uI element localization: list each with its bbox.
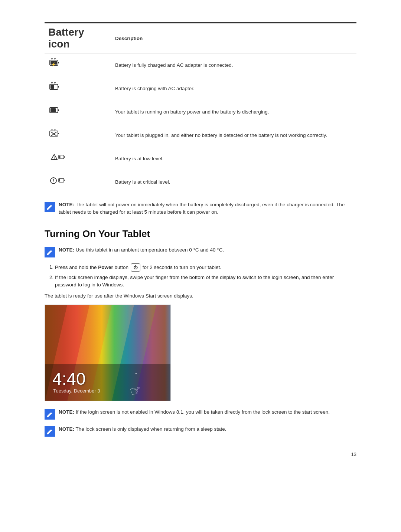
battery-desc-6: Battery is at critical level. bbox=[111, 170, 356, 194]
note-content-1: The tablet will not power on immediately… bbox=[59, 202, 345, 215]
step-2: If the lock screen image displays, swipe… bbox=[55, 274, 356, 289]
battery-desc-2: Battery is charging with AC adapter. bbox=[111, 77, 356, 100]
svg-rect-16 bbox=[58, 109, 59, 111]
svg-text:!: ! bbox=[54, 156, 55, 160]
battery-desc-1: Battery is fully charged and AC adapter … bbox=[111, 53, 356, 77]
svg-rect-1 bbox=[58, 62, 59, 63]
note-content-4: The lock screen is only displayed when r… bbox=[74, 426, 226, 432]
table-row: ! Battery is at low level. bbox=[45, 147, 356, 170]
battery-desc-4: Your tablet is plugged in, and either no… bbox=[111, 124, 356, 147]
svg-rect-29 bbox=[64, 156, 65, 158]
pencil-icon-3 bbox=[46, 411, 53, 418]
battery-icon-3 bbox=[45, 100, 111, 124]
battery-charging-icon bbox=[48, 81, 62, 94]
battery-icon-1: ⚡ bbox=[45, 53, 111, 77]
battery-icon-2 bbox=[45, 77, 111, 100]
battery-on-battery-icon bbox=[48, 104, 62, 117]
power-button-symbol: ⏻ bbox=[131, 263, 140, 272]
svg-rect-10 bbox=[50, 85, 54, 89]
step-1: Press and hold the Power button ⏻ for 2 … bbox=[55, 263, 356, 272]
page-number: 13 bbox=[45, 451, 356, 457]
ready-text: The tablet is ready for use after the Wi… bbox=[45, 293, 356, 299]
note-icon-4 bbox=[45, 426, 55, 437]
battery-critical-icon: ! bbox=[48, 174, 65, 187]
svg-rect-35 bbox=[59, 179, 60, 182]
table-row: Your tablet is plugged in, and either no… bbox=[45, 124, 356, 147]
note-content-3: If the login screen is not enabled in Wi… bbox=[74, 409, 330, 415]
svg-text:Tuesday, December 3: Tuesday, December 3 bbox=[53, 388, 100, 394]
note-text-4: NOTE: The lock screen is only displayed … bbox=[59, 426, 226, 433]
svg-text:⚡: ⚡ bbox=[51, 62, 56, 67]
svg-rect-34 bbox=[64, 180, 65, 181]
battery-table: Battery icon Description ⚡ bbox=[45, 23, 356, 194]
note-block-2: NOTE: Use this tablet in an ambient temp… bbox=[45, 246, 356, 257]
svg-rect-30 bbox=[59, 156, 61, 158]
note-label-4: NOTE: bbox=[59, 426, 74, 432]
svg-text:4:40: 4:40 bbox=[52, 369, 86, 388]
col-header-icon: Battery icon bbox=[45, 23, 111, 53]
lockscreen-image: 4:40 Tuesday, December 3 ↑ ☞ bbox=[45, 305, 171, 401]
battery-icon-6: ! bbox=[45, 170, 111, 194]
svg-text:↑: ↑ bbox=[134, 370, 138, 379]
note-icon-3 bbox=[45, 409, 55, 420]
section-heading: Turning On Your Tablet bbox=[45, 228, 356, 240]
note-label-2: NOTE: bbox=[59, 247, 74, 253]
note-block-3: NOTE: If the login screen is not enabled… bbox=[45, 408, 356, 420]
table-row: ⚡ Battery is fully charged and AC adapte… bbox=[45, 53, 356, 77]
pencil-icon-2 bbox=[46, 249, 53, 256]
pencil-icon bbox=[46, 204, 53, 210]
svg-rect-9 bbox=[58, 86, 59, 88]
battery-desc-3: Your tablet is running on battery power … bbox=[111, 100, 356, 124]
col-header-desc: Description bbox=[111, 23, 356, 53]
step-1-bold: Power bbox=[98, 264, 113, 270]
pencil-icon-4 bbox=[46, 428, 53, 435]
battery-icon-4 bbox=[45, 124, 111, 147]
note-text-3: NOTE: If the login screen is not enabled… bbox=[59, 408, 330, 416]
note-content-2: Use this tablet in an ambient temperatur… bbox=[74, 247, 224, 253]
battery-icon-5: ! bbox=[45, 147, 111, 170]
battery-low-icon: ! bbox=[48, 151, 65, 164]
svg-text:!: ! bbox=[53, 178, 54, 183]
note-label-3: NOTE: bbox=[59, 409, 74, 415]
note-icon-2 bbox=[45, 247, 55, 257]
note-text-1: NOTE: The tablet will not power on immed… bbox=[59, 201, 356, 216]
svg-rect-17 bbox=[50, 108, 56, 112]
battery-no-battery-icon bbox=[48, 127, 63, 141]
svg-rect-19 bbox=[58, 133, 59, 134]
table-row: ! Battery is at critical level. bbox=[45, 170, 356, 194]
note-block-1: NOTE: The tablet will not power on immed… bbox=[45, 201, 356, 216]
table-row: Your tablet is running on battery power … bbox=[45, 100, 356, 124]
steps-list: Press and hold the Power button ⏻ for 2 … bbox=[45, 263, 356, 289]
table-row: Battery is charging with AC adapter. bbox=[45, 77, 356, 100]
lockscreen-svg: 4:40 Tuesday, December 3 ↑ ☞ bbox=[45, 305, 171, 401]
battery-desc-5: Battery is at low level. bbox=[111, 147, 356, 170]
note-icon-1 bbox=[45, 202, 55, 212]
note-label-1: NOTE: bbox=[59, 202, 74, 207]
lockscreen-background: 4:40 Tuesday, December 3 ↑ ☞ bbox=[45, 305, 170, 401]
note-block-4: NOTE: The lock screen is only displayed … bbox=[45, 426, 356, 437]
note-text-2: NOTE: Use this tablet in an ambient temp… bbox=[59, 246, 224, 254]
battery-full-ac-icon: ⚡ bbox=[48, 57, 62, 70]
